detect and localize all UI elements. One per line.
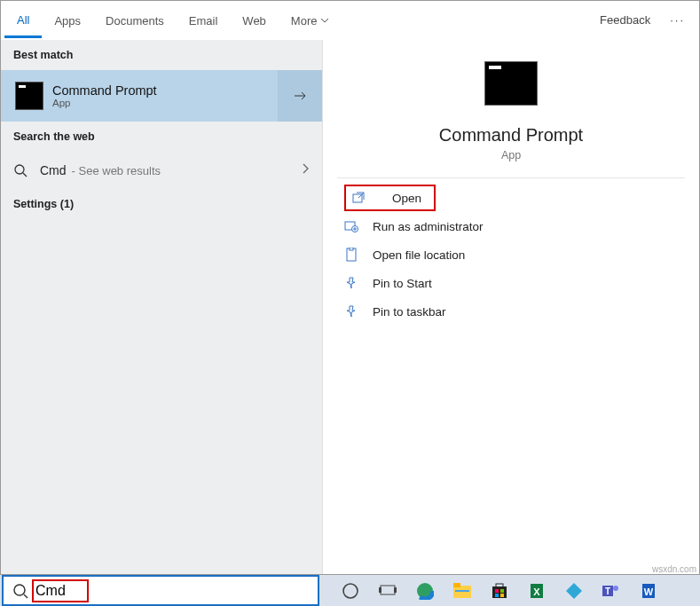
svg-line-1: [23, 173, 27, 177]
web-query-suffix: - See web results: [72, 164, 161, 177]
svg-rect-17: [455, 590, 469, 592]
detail-title: Command Prompt: [323, 125, 699, 146]
svg-text:T: T: [605, 586, 610, 596]
pin-icon: [344, 304, 358, 319]
svg-text:X: X: [533, 586, 540, 597]
taskbar-search[interactable]: [2, 575, 319, 606]
svg-rect-16: [453, 583, 460, 587]
pin-icon: [344, 276, 358, 290]
edge-icon[interactable]: [415, 581, 435, 601]
more-options-button[interactable]: ···: [659, 13, 696, 27]
detail-subtitle: App: [323, 149, 699, 161]
watermark: wsxdn.com: [652, 564, 696, 574]
svg-rect-18: [492, 586, 507, 598]
search-web-label: Search the web: [1, 122, 322, 152]
pin-to-start-action[interactable]: Pin to Start: [337, 269, 685, 297]
tab-all[interactable]: All: [4, 3, 42, 38]
svg-point-7: [14, 585, 25, 595]
search-input[interactable]: [35, 577, 318, 604]
kodi-icon[interactable]: [564, 581, 584, 601]
detail-panel: Command Prompt App Open Run as administr…: [322, 40, 699, 574]
command-prompt-icon: [15, 82, 43, 110]
result-title: Command Prompt: [52, 83, 278, 98]
tab-documents[interactable]: Documents: [93, 4, 177, 36]
file-explorer-icon[interactable]: [452, 581, 472, 601]
best-match-result[interactable]: Command Prompt App: [1, 70, 322, 122]
result-subtitle: App: [52, 98, 278, 108]
svg-rect-21: [500, 589, 504, 593]
task-view-icon[interactable]: [378, 581, 397, 601]
folder-icon: [344, 248, 358, 262]
tab-email[interactable]: Email: [177, 4, 231, 36]
svg-rect-22: [495, 594, 499, 597]
open-action[interactable]: Open: [337, 184, 685, 212]
word-icon[interactable]: W: [639, 581, 658, 601]
tab-more[interactable]: More: [279, 4, 342, 36]
svg-text:W: W: [644, 586, 654, 597]
cortana-icon[interactable]: [341, 581, 360, 601]
run-as-admin-action[interactable]: Run as administrator: [337, 212, 685, 240]
taskbar: X T W: [0, 575, 700, 606]
svg-point-9: [343, 584, 358, 598]
feedback-link[interactable]: Feedback: [591, 3, 659, 37]
svg-line-8: [24, 594, 28, 598]
open-icon: [351, 191, 366, 205]
svg-rect-23: [500, 594, 504, 597]
tab-apps[interactable]: Apps: [42, 4, 93, 36]
tab-web[interactable]: Web: [230, 4, 279, 36]
search-icon: [12, 583, 28, 599]
search-filter-tabs: All Apps Documents Email Web More Feedba…: [1, 1, 699, 40]
web-search-row[interactable]: Cmd - See web results: [1, 152, 322, 189]
svg-rect-12: [394, 587, 397, 593]
settings-results-label[interactable]: Settings (1): [1, 189, 322, 219]
web-query-text: Cmd: [40, 163, 67, 177]
svg-rect-10: [381, 586, 395, 594]
excel-icon[interactable]: X: [527, 581, 547, 601]
open-file-location-action[interactable]: Open file location: [337, 240, 685, 269]
microsoft-store-icon[interactable]: [490, 581, 509, 601]
svg-rect-11: [379, 587, 381, 593]
chevron-down-icon: [320, 16, 329, 25]
pin-to-taskbar-action[interactable]: Pin to taskbar: [337, 297, 685, 326]
admin-icon: [344, 219, 358, 233]
results-panel: Best match Command Prompt App Search the…: [1, 40, 322, 574]
divider: [337, 177, 685, 178]
chevron-right-icon: [301, 162, 310, 178]
command-prompt-icon: [484, 61, 538, 106]
svg-rect-20: [495, 589, 499, 593]
search-icon: [13, 163, 28, 177]
svg-point-28: [613, 586, 618, 591]
best-match-label: Best match: [1, 40, 322, 70]
expand-result-button[interactable]: [278, 70, 322, 122]
teams-icon[interactable]: T: [602, 581, 621, 601]
svg-point-0: [15, 165, 24, 174]
svg-rect-6: [350, 248, 353, 250]
arrow-right-icon: [291, 87, 309, 105]
